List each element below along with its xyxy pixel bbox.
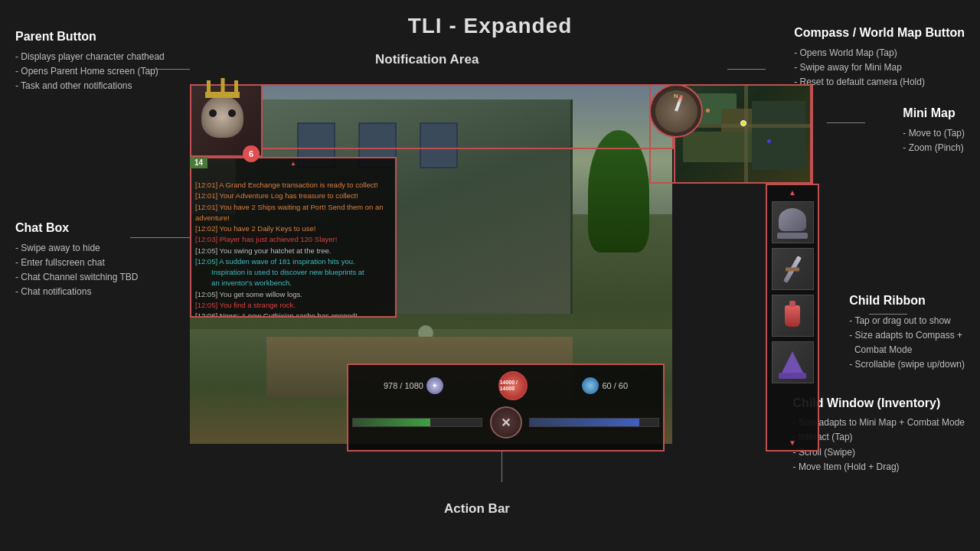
compass-inner: N	[655, 90, 697, 132]
crown	[205, 84, 240, 98]
child-ribbon[interactable]: ▲ ▼	[766, 184, 819, 452]
prayer-icon: ✦	[426, 377, 443, 394]
ribbon-item-sword	[776, 253, 808, 285]
special-icon	[582, 377, 599, 394]
avatar-face	[201, 96, 243, 138]
compass-title: Compass / World Map Button	[794, 23, 965, 43]
chat-messages: [12:01] A Grand Exchange transaction is …	[191, 168, 395, 318]
ribbon-scroll-up-icon[interactable]: ▲	[789, 188, 796, 197]
chat-msg-8: [12:05] You get some willow logs.	[195, 290, 302, 298]
special-stat: 60 / 60	[582, 377, 628, 394]
connector-parent	[153, 69, 190, 70]
chat-box[interactable]: ▲ [12:01] A Grand Exchange transaction i…	[190, 157, 397, 318]
ribbon-item-tap: - Tap or drag out to show	[849, 314, 965, 328]
chat-msg-6: [12:05] You swing your hatchet at the tr…	[195, 246, 331, 255]
ribbon-scroll-down-icon[interactable]: ▼	[789, 439, 796, 447]
connector-ribbon	[869, 314, 907, 315]
main-action-button[interactable]: ✕	[490, 406, 522, 439]
chat-channel: - Chat Channel switching TBD	[15, 270, 139, 285]
chat-box-title: Chat Box	[15, 218, 139, 238]
special-bar-fill	[530, 419, 639, 426]
stats-row: 978 / 1080 ✦ 14000 / 14000 60 / 60	[348, 365, 663, 403]
compass-button[interactable]: N	[649, 84, 703, 138]
prayer-value: 978 / 1080	[384, 381, 423, 390]
parent-button-annotation: Parent Button - Displays player characte…	[15, 27, 165, 93]
chat-box-annotation: Chat Box - Swipe away to hide - Enter fu…	[15, 218, 139, 299]
mini-map-title: Mini Map	[903, 103, 965, 123]
building-window-3	[420, 122, 458, 168]
special-value: 60 / 60	[602, 381, 628, 390]
parent-button-item-2: - Opens Parent Home screen (Tap)	[15, 64, 165, 79]
chat-msg-3: [12:01] You have 2 Ships waiting at Port…	[195, 203, 384, 222]
parent-button-item-3: - Task and other notifications	[15, 79, 165, 93]
connector-actionbar-v	[501, 452, 502, 482]
chat-msg-10: [12:06] News: A new Guthixian cache has …	[195, 311, 358, 318]
ribbon-item-2[interactable]	[772, 248, 814, 290]
ribbon-item-potion	[776, 300, 808, 332]
child-ribbon-title: Child Ribbon	[849, 291, 965, 311]
map-dot-1	[706, 109, 710, 112]
child-window-item-4: - Move Item (Hold + Drag)	[793, 460, 965, 474]
ribbon-item-scroll: - Scrollable (swipe up/down)	[849, 357, 965, 372]
chat-badge: 14	[190, 157, 207, 168]
health-stat: 14000 / 14000	[498, 371, 528, 400]
compass-annotation: Compass / World Map Button - Opens World…	[794, 23, 965, 90]
prayer-symbol: ✦	[432, 382, 438, 390]
chat-msg-2: [12:01] Your Adventure Log has treasure …	[195, 191, 358, 200]
map-terrain-3	[683, 132, 760, 162]
chat-msg-4: [12:02] You have 2 Daily Keys to use!	[195, 224, 315, 233]
right-eye	[228, 109, 236, 117]
ribbon-item-combat: Combat Mode	[849, 343, 965, 357]
mini-map-annotation: Mini Map - Move to (Tap) - Zoom (Pinch)	[903, 103, 965, 155]
ribbon-item-helmet	[776, 207, 808, 239]
avatar	[201, 96, 251, 145]
ribbon-item-3[interactable]	[772, 295, 814, 337]
notification-area-label: Notification Area	[375, 52, 479, 67]
chat-msg-5: [12:03] Player has just achieved 120 Sla…	[195, 235, 337, 243]
xp-bar-fill	[353, 419, 430, 426]
compass-n: N	[674, 93, 678, 99]
connector-chat	[130, 237, 190, 238]
ribbon-item-1[interactable]	[772, 201, 814, 243]
compass-item-1: - Opens World Map (Tap)	[794, 46, 965, 60]
chat-msg-9: [12:05] You find a strange rock.	[195, 301, 296, 309]
health-value: 14000 / 14000	[500, 380, 526, 391]
chat-notifications: - Chat notifications	[15, 285, 139, 299]
mini-map-item-2: - Zoom (Pinch)	[903, 141, 965, 155]
mini-map-item-1: - Move to (Tap)	[903, 126, 965, 141]
left-eye	[209, 109, 217, 117]
ribbon-item-size: - Size adapts to Compass +	[849, 328, 965, 343]
chat-scroll-up[interactable]: ▲	[191, 158, 395, 168]
map-dot-2	[767, 139, 771, 143]
page-title: TLI - Expanded	[408, 14, 573, 38]
chat-swipe-away: - Swipe away to hide	[15, 241, 139, 256]
game-tree	[588, 130, 649, 253]
chat-msg-7: [12:05] A sudden wave of 181 inspiration…	[195, 257, 364, 288]
connector-minimap	[827, 122, 865, 123]
parent-button-title: Parent Button	[15, 27, 165, 47]
connector-compass	[727, 69, 766, 70]
map-player-dot	[740, 120, 746, 126]
action-x-icon: ✕	[501, 416, 511, 430]
special-bar-container	[529, 418, 659, 427]
ribbon-item-wizard-hat	[776, 347, 808, 379]
avatar-badge: 6	[243, 145, 260, 162]
child-ribbon-annotation: Child Ribbon - Tap or drag out to show -…	[849, 291, 965, 372]
prayer-stat: 978 / 1080 ✦	[384, 377, 443, 394]
ribbon-item-4[interactable]	[772, 341, 814, 383]
xp-bar-container	[352, 418, 482, 427]
action-slots-row: ✕	[348, 403, 663, 442]
health-icon: 14000 / 14000	[498, 371, 528, 400]
chat-msg-1: [12:01] A Grand Exchange transaction is …	[195, 181, 378, 189]
chat-fullscreen: - Enter fullscreen chat	[15, 256, 139, 270]
compass-item-3: - Reset to default camera (Hold)	[794, 75, 965, 90]
action-bar-label: Action Bar	[444, 501, 510, 517]
map-terrain-4	[752, 101, 805, 170]
parent-button-item-1: - Displays player character chathead	[15, 50, 165, 64]
action-bar[interactable]: 978 / 1080 ✦ 14000 / 14000 60 / 60 ✕	[347, 364, 665, 452]
map-path-v	[744, 86, 748, 184]
compass-item-2: - Swipe away for Mini Map	[794, 60, 965, 75]
